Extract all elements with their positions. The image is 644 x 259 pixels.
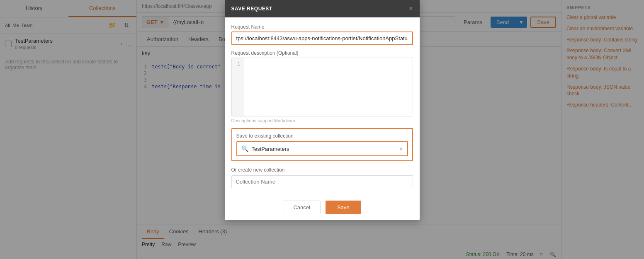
collection-search-input[interactable]: [252, 146, 396, 152]
description-container: 1: [231, 58, 413, 116]
markdown-hint: Descriptions support Markdown: [231, 118, 413, 123]
modal-save-button[interactable]: Save: [326, 201, 361, 214]
line-numbers: 1: [232, 58, 244, 116]
description-textarea[interactable]: [244, 58, 413, 116]
modal-overlay: SAVE REQUEST × Request Name Request desc…: [0, 0, 644, 259]
request-name-label: Request Name: [231, 24, 413, 30]
search-clear-button[interactable]: ×: [399, 145, 403, 152]
collection-search-box: 🔍 ×: [236, 141, 408, 156]
or-create-label: Or create new collection: [231, 167, 413, 173]
modal-body: Request Name Request description (Option…: [225, 17, 420, 195]
modal-cancel-button[interactable]: Cancel: [283, 201, 320, 214]
save-to-label: Save to existing collection: [236, 133, 408, 139]
app-container: History Collections All Me Team 📁 ⇅ Test…: [0, 0, 644, 259]
collection-name-input[interactable]: [231, 175, 413, 188]
modal-header: SAVE REQUEST ×: [225, 0, 420, 17]
modal-close-button[interactable]: ×: [409, 5, 413, 12]
save-to-collection-section: Save to existing collection 🔍 ×: [231, 128, 413, 161]
request-name-input[interactable]: [231, 31, 413, 45]
save-request-modal: SAVE REQUEST × Request Name Request desc…: [225, 0, 420, 220]
description-label: Request description (Optional): [231, 50, 413, 56]
search-icon: 🔍: [241, 145, 248, 152]
modal-footer: Cancel Save: [225, 195, 420, 220]
modal-title: SAVE REQUEST: [231, 6, 272, 12]
